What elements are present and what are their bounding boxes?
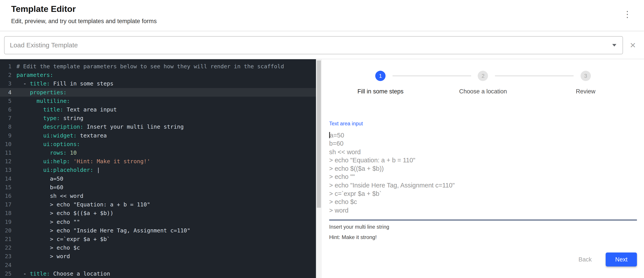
back-button[interactable]: Back bbox=[574, 253, 596, 266]
placeholder-line: > echo $(($a + $b)) bbox=[329, 165, 637, 173]
code-line-20[interactable]: 20 > echo "Inside Here Tag, Assignment c… bbox=[0, 226, 316, 235]
code-line-10[interactable]: 10 ui:options: bbox=[0, 140, 316, 148]
line-number: 17 bbox=[0, 200, 12, 209]
code-line-text: ui:help: 'Hint: Make it strong!' bbox=[16, 157, 150, 166]
field-hint: Hint: Make it strong! bbox=[329, 234, 637, 240]
line-number: 5 bbox=[0, 97, 12, 105]
code-line-text: properties: bbox=[16, 88, 67, 97]
code-line-text: > c=`expr $a + $b` bbox=[16, 235, 110, 244]
code-line-18[interactable]: 18 > echo $(($a + $b)) bbox=[0, 209, 316, 217]
code-line-21[interactable]: 21 > c=`expr $a + $b` bbox=[0, 235, 316, 244]
step-icon: 1 bbox=[375, 71, 386, 81]
line-number: 3 bbox=[0, 79, 12, 88]
code-line-text: a=50 bbox=[16, 174, 63, 183]
code-line-text: > echo $c bbox=[16, 244, 80, 252]
code-line-2[interactable]: 2parameters: bbox=[0, 71, 316, 79]
code-line-25[interactable]: 25 - title: Choose a location bbox=[0, 270, 316, 278]
code-line-text: - title: Choose a location bbox=[16, 270, 110, 278]
code-line-text: b=60 bbox=[16, 183, 63, 192]
clear-template-button[interactable]: × bbox=[628, 40, 638, 50]
editor-scrollbar-thumb[interactable] bbox=[317, 60, 321, 208]
template-selector-row: Load Existing Template × bbox=[0, 31, 644, 59]
code-line-text: ui:options: bbox=[16, 140, 80, 148]
line-number: 25 bbox=[0, 270, 12, 278]
code-line-text: > echo "" bbox=[16, 218, 80, 226]
code-line-23[interactable]: 23 > word bbox=[0, 252, 316, 261]
yaml-editor[interactable]: 1# Edit the template parameters below to… bbox=[0, 59, 316, 278]
chevron-down-icon bbox=[612, 44, 616, 46]
close-icon: × bbox=[630, 39, 636, 50]
line-number: 9 bbox=[0, 131, 12, 140]
code-line-3[interactable]: 3 - title: Fill in some steps bbox=[0, 79, 316, 88]
code-lines: 1# Edit the template parameters below to… bbox=[0, 62, 316, 278]
code-line-22[interactable]: 22 > echo $c bbox=[0, 244, 316, 252]
code-line-12[interactable]: 12 ui:help: 'Hint: Make it strong!' bbox=[0, 157, 316, 166]
code-line-15[interactable]: 15 b=60 bbox=[0, 183, 316, 192]
line-number: 7 bbox=[0, 114, 12, 122]
code-line-13[interactable]: 13 ui:placeholder: | bbox=[0, 166, 316, 174]
code-line-text: sh << word bbox=[16, 192, 83, 200]
code-line-7[interactable]: 7 type: string bbox=[0, 114, 316, 122]
code-line-text: rows: 10 bbox=[16, 148, 77, 157]
code-line-text: multiline: bbox=[16, 97, 70, 105]
line-number: 18 bbox=[0, 209, 12, 217]
line-number: 11 bbox=[0, 148, 12, 157]
page-header-text: Template Editor Edit, preview, and try o… bbox=[11, 4, 157, 24]
editor-scrollbar[interactable] bbox=[316, 59, 322, 278]
kebab-icon: ⋮ bbox=[623, 9, 632, 19]
code-line-6[interactable]: 6 title: Text area input bbox=[0, 105, 316, 114]
code-line-11[interactable]: 11 rows: 10 bbox=[0, 148, 316, 157]
code-line-4[interactable]: 4 properties: bbox=[0, 88, 316, 97]
multiline-textarea[interactable]: a=50b=60sh << word> echo "Equation: a + … bbox=[329, 131, 637, 221]
stepper: 1Fill in some steps2Choose a location3Re… bbox=[329, 59, 637, 95]
page-subtitle: Edit, preview, and try out templates and… bbox=[11, 18, 157, 24]
code-line-text: parameters: bbox=[16, 71, 53, 79]
textarea-placeholder: a=50b=60sh << word> echo "Equation: a + … bbox=[329, 131, 637, 215]
line-number: 19 bbox=[0, 218, 12, 226]
step-label: Fill in some steps bbox=[358, 88, 404, 95]
text-cursor bbox=[329, 132, 330, 138]
code-line-16[interactable]: 16 sh << word bbox=[0, 192, 316, 200]
form-actions: Back Next bbox=[329, 253, 637, 266]
code-line-text: # Edit the template parameters below to … bbox=[16, 62, 284, 71]
code-line-8[interactable]: 8 description: Insert your multi line st… bbox=[0, 122, 316, 131]
next-button[interactable]: Next bbox=[606, 253, 637, 266]
placeholder-line: > c=`expr $a + $b` bbox=[329, 190, 637, 198]
code-line-9[interactable]: 9 ui:widget: textarea bbox=[0, 131, 316, 140]
code-line-text: > echo "Equation: a + b = 110" bbox=[16, 200, 150, 209]
line-number: 14 bbox=[0, 174, 12, 183]
page-title: Template Editor bbox=[11, 4, 157, 14]
kebab-menu-button[interactable]: ⋮ bbox=[620, 9, 635, 19]
code-line-14[interactable]: 14 a=50 bbox=[0, 174, 316, 183]
code-line-24[interactable]: 24 bbox=[0, 261, 316, 270]
load-template-select[interactable]: Load Existing Template bbox=[4, 36, 623, 54]
line-number: 4 bbox=[0, 88, 12, 97]
content-split: 1# Edit the template parameters below to… bbox=[0, 59, 644, 278]
code-line-5[interactable]: 5 multiline: bbox=[0, 97, 316, 105]
form-preview-panel: 1Fill in some steps2Choose a location3Re… bbox=[322, 59, 644, 278]
step-1: 1Fill in some steps bbox=[329, 71, 432, 94]
field-label: Text area input bbox=[329, 121, 637, 127]
step-label: Review bbox=[576, 88, 596, 95]
code-line-text: type: string bbox=[16, 114, 84, 122]
step-label: Choose a location bbox=[459, 88, 507, 95]
code-line-17[interactable]: 17 > echo "Equation: a + b = 110" bbox=[0, 200, 316, 209]
line-number: 1 bbox=[0, 62, 12, 71]
line-number: 16 bbox=[0, 192, 12, 200]
code-line-text: description: Insert your multi line stri… bbox=[16, 122, 184, 131]
load-template-placeholder: Load Existing Template bbox=[10, 41, 78, 49]
code-line-1[interactable]: 1# Edit the template parameters below to… bbox=[0, 62, 316, 71]
step-connector bbox=[392, 76, 471, 76]
code-line-19[interactable]: 19 > echo "" bbox=[0, 218, 316, 226]
line-number: 21 bbox=[0, 235, 12, 244]
line-number: 23 bbox=[0, 252, 12, 261]
placeholder-line: sh << word bbox=[329, 148, 637, 156]
placeholder-line: > echo "Equation: a + b = 110" bbox=[329, 156, 637, 165]
line-number: 2 bbox=[0, 71, 12, 79]
code-line-text: ui:placeholder: | bbox=[16, 166, 100, 174]
code-line-text: title: Text area input bbox=[16, 105, 117, 114]
placeholder-line: a=50 bbox=[329, 131, 637, 140]
line-number: 22 bbox=[0, 244, 12, 252]
page-header: Template Editor Edit, preview, and try o… bbox=[0, 0, 644, 31]
placeholder-line: > echo "" bbox=[329, 173, 637, 181]
